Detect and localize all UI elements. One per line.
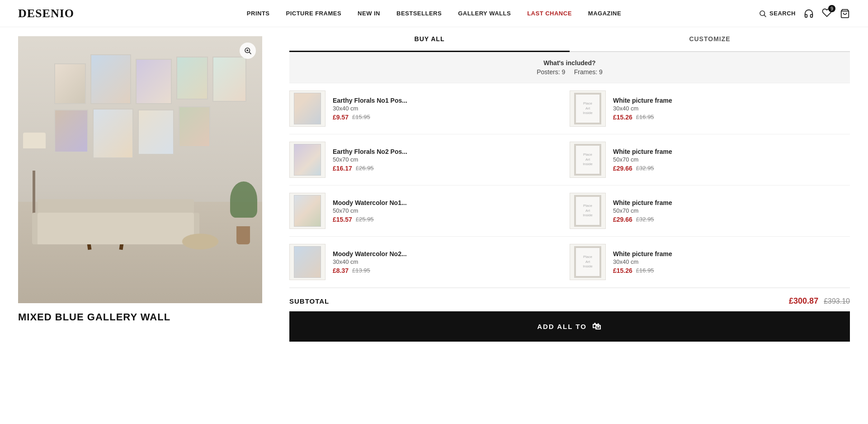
gallery-frame-9 bbox=[179, 106, 210, 147]
frame-name-2: White picture frame bbox=[613, 199, 712, 206]
poster-prices-1: £16.17 £26.95 bbox=[333, 165, 570, 172]
poster-prices-2: £15.57 £25.95 bbox=[333, 216, 570, 223]
wishlist-button[interactable]: 9 bbox=[822, 8, 832, 19]
buy-panel: BUY ALL CUSTOMIZE What's included? Poste… bbox=[289, 27, 850, 342]
subtotal-prices: £300.87 £393.10 bbox=[789, 296, 850, 306]
frame-name-3: White picture frame bbox=[613, 250, 712, 257]
poster-thumb-2[interactable] bbox=[289, 193, 326, 229]
svg-line-4 bbox=[249, 52, 251, 54]
poster-info-0: Earthy Florals No1 Pos... 30x40 cm £9.57… bbox=[333, 97, 570, 121]
add-all-label: ADD ALL TO bbox=[537, 323, 587, 330]
poster-sale-price-2: £15.57 bbox=[333, 216, 352, 223]
poster-size-3: 30x40 cm bbox=[333, 258, 570, 265]
nav-item-bestsellers[interactable]: BESTSELLERS bbox=[396, 10, 442, 17]
poster-pair-1: Earthy Florals No2 Pos... 50x70 cm £16.1… bbox=[289, 142, 570, 178]
tab-customize[interactable]: CUSTOMIZE bbox=[570, 27, 850, 52]
plant-pot bbox=[236, 226, 250, 244]
poster-name-2: Moody Watercolor No1... bbox=[333, 199, 432, 206]
cart-icon bbox=[840, 9, 850, 19]
poster-pair-0: Earthy Florals No1 Pos... 30x40 cm £9.57… bbox=[289, 91, 570, 127]
svg-point-0 bbox=[760, 11, 765, 16]
frame-name-1: White picture frame bbox=[613, 148, 712, 155]
nav-item-new-in[interactable]: NEW IN bbox=[358, 10, 380, 17]
product-image-column: MIXED BLUE GALLERY WALL bbox=[18, 27, 262, 323]
nav-item-last-chance[interactable]: LAST CHANCE bbox=[527, 10, 572, 17]
nav-item-gallery-walls[interactable]: GALLERY WALLS bbox=[458, 10, 511, 17]
tabs: BUY ALL CUSTOMIZE bbox=[289, 27, 850, 52]
product-row: Moody Watercolor No2... 30x40 cm £8.37 £… bbox=[289, 237, 850, 288]
frames-count: 9 bbox=[599, 68, 603, 76]
poster-thumb-0[interactable] bbox=[289, 91, 326, 127]
included-label: What's included? bbox=[543, 59, 595, 67]
nav-item-magazine[interactable]: MAGAZINE bbox=[588, 10, 621, 17]
poster-thumb-3[interactable] bbox=[289, 244, 326, 280]
nav-item-picture-frames[interactable]: PICTURE FRAMES bbox=[286, 10, 342, 17]
subtotal-sale-price: £300.87 bbox=[789, 296, 818, 306]
gallery-frame-7 bbox=[93, 109, 133, 158]
product-row: Moody Watercolor No1... 50x70 cm £15.57 … bbox=[289, 186, 850, 237]
main-content: MIXED BLUE GALLERY WALL BUY ALL CUSTOMIZ… bbox=[0, 27, 868, 342]
posters-label: Posters: bbox=[537, 68, 560, 76]
headphones-button[interactable] bbox=[804, 9, 814, 19]
frame-info-1: White picture frame 50x70 cm £29.66 £32.… bbox=[613, 148, 850, 172]
frame-size-1: 50x70 cm bbox=[613, 156, 850, 163]
frame-orig-price-3: £16.95 bbox=[636, 267, 654, 274]
poster-name-0: Earthy Florals No1 Pos... bbox=[333, 97, 432, 104]
frame-prices-2: £29.66 £32.95 bbox=[613, 216, 850, 223]
frame-sale-price-2: £29.66 bbox=[613, 216, 632, 223]
products-list: Earthy Florals No1 Pos... 30x40 cm £9.57… bbox=[289, 83, 850, 288]
poster-info-3: Moody Watercolor No2... 30x40 cm £8.37 £… bbox=[333, 250, 570, 274]
lamp-shade bbox=[23, 133, 46, 148]
product-row: Earthy Florals No2 Pos... 50x70 cm £16.1… bbox=[289, 134, 850, 186]
room-illustration bbox=[18, 36, 262, 303]
plant-leaves bbox=[230, 181, 257, 218]
cart-button[interactable] bbox=[840, 9, 850, 19]
included-bar: What's included? Posters: 9 Frames: 9 bbox=[289, 52, 850, 83]
poster-orig-price-1: £26.95 bbox=[356, 165, 374, 172]
product-title-section: MIXED BLUE GALLERY WALL bbox=[18, 311, 262, 323]
gallery-frame-3 bbox=[136, 59, 172, 104]
nav-item-prints[interactable]: PRINTS bbox=[247, 10, 270, 17]
frame-orig-price-2: £32.95 bbox=[636, 216, 654, 223]
header: DESENIO PRINTS PICTURE FRAMES NEW IN BES… bbox=[0, 0, 868, 27]
add-all-button[interactable]: ADD ALL TO 🛍 bbox=[289, 311, 850, 342]
headphones-icon bbox=[804, 9, 814, 19]
frame-pair-0: PlaceArtInside White picture frame 30x40… bbox=[570, 91, 850, 127]
product-title: MIXED BLUE GALLERY WALL bbox=[18, 311, 262, 323]
subtotal-orig-price: £393.10 bbox=[824, 297, 850, 305]
poster-pair-3: Moody Watercolor No2... 30x40 cm £8.37 £… bbox=[289, 244, 570, 280]
gallery-frame-5 bbox=[212, 57, 246, 102]
logo[interactable]: DESENIO bbox=[18, 7, 74, 20]
gallery-frame-8 bbox=[138, 110, 174, 155]
poster-thumb-1[interactable] bbox=[289, 142, 326, 178]
frame-thumb-0[interactable]: PlaceArtInside bbox=[570, 91, 606, 127]
search-icon bbox=[759, 10, 767, 18]
poster-pair-2: Moody Watercolor No1... 50x70 cm £15.57 … bbox=[289, 193, 570, 229]
poster-name-3: Moody Watercolor No2... bbox=[333, 250, 432, 257]
search-button[interactable]: Search bbox=[759, 10, 796, 18]
frame-name-0: White picture frame bbox=[613, 97, 712, 104]
frame-pair-3: PlaceArtInside White picture frame 30x40… bbox=[570, 244, 850, 280]
poster-sale-price-1: £16.17 bbox=[333, 165, 352, 172]
frame-prices-3: £15.26 £16.95 bbox=[613, 267, 850, 274]
frame-size-0: 30x40 cm bbox=[613, 105, 850, 112]
header-actions: Search 9 bbox=[759, 8, 850, 19]
gallery-frame-2 bbox=[90, 54, 131, 104]
frame-thumb-1[interactable]: PlaceArtInside bbox=[570, 142, 606, 178]
posters-count: 9 bbox=[561, 68, 565, 76]
sofa-body bbox=[38, 213, 194, 244]
frame-thumb-2[interactable]: PlaceArtInside bbox=[570, 193, 606, 229]
zoom-icon bbox=[244, 47, 252, 55]
poster-size-0: 30x40 cm bbox=[333, 105, 570, 112]
poster-info-1: Earthy Florals No2 Pos... 50x70 cm £16.1… bbox=[333, 148, 570, 172]
frame-sale-price-0: £15.26 bbox=[613, 114, 632, 121]
poster-size-1: 50x70 cm bbox=[333, 156, 570, 163]
wishlist-badge: 9 bbox=[828, 5, 835, 12]
tab-buy-all[interactable]: BUY ALL bbox=[289, 27, 570, 52]
zoom-button[interactable] bbox=[240, 43, 256, 59]
product-image-container bbox=[18, 36, 262, 303]
frame-thumb-3[interactable]: PlaceArtInside bbox=[570, 244, 606, 280]
cart-bag-icon: 🛍 bbox=[592, 321, 602, 332]
poster-size-2: 50x70 cm bbox=[333, 207, 570, 214]
frame-info-0: White picture frame 30x40 cm £15.26 £16.… bbox=[613, 97, 850, 121]
